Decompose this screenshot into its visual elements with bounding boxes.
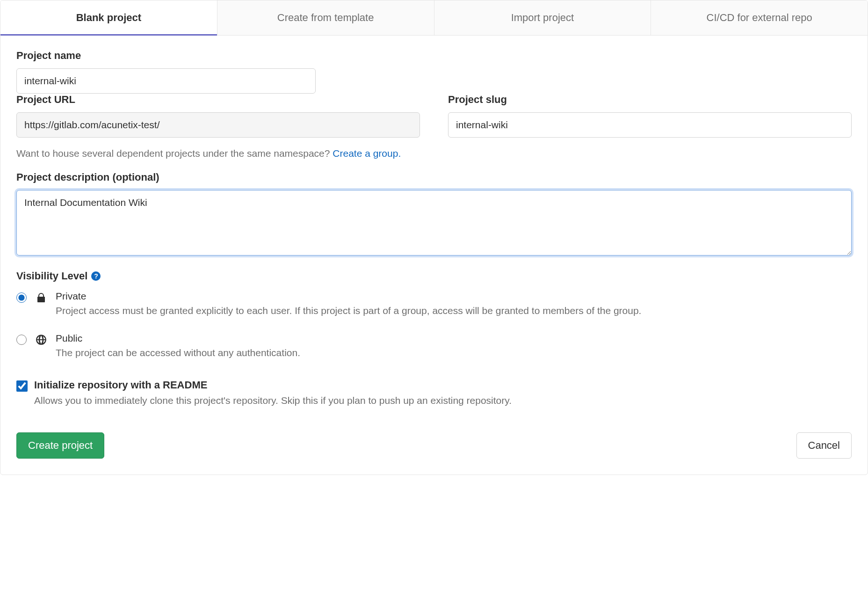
cancel-button[interactable]: Cancel [796,432,852,459]
tab-blank-project[interactable]: Blank project [0,0,217,35]
project-slug-input[interactable] [448,112,852,138]
tab-import-project[interactable]: Import project [434,0,651,35]
namespace-hint-text: Want to house several dependent projects… [16,148,333,159]
project-name-input[interactable] [16,68,316,94]
visibility-private-title: Private [56,291,852,302]
project-slug-label: Project slug [448,94,852,106]
visibility-private-desc: Project access must be granted explicitl… [56,304,852,318]
visibility-public-content: Public The project can be accessed witho… [56,333,852,360]
visibility-level-label: Visibility Level ? [16,270,852,282]
namespace-hint: Want to house several dependent projects… [16,148,852,159]
initialize-readme-title: Initialize repository with a README [34,379,852,391]
visibility-level-text: Visibility Level [16,270,87,282]
visibility-radio-private[interactable] [16,292,27,303]
visibility-private-content: Private Project access must be granted e… [56,291,852,318]
visibility-option-public[interactable]: Public The project can be accessed witho… [16,333,852,360]
new-project-panel: Blank project Create from template Impor… [0,0,868,475]
initialize-readme-content: Initialize repository with a README Allo… [34,379,852,406]
initialize-readme-desc: Allows you to immediately clone this pro… [34,395,852,406]
visibility-option-private[interactable]: Private Project access must be granted e… [16,291,852,318]
visibility-radio-public[interactable] [16,335,27,345]
visibility-radio-group: Private Project access must be granted e… [16,291,852,360]
project-url-input[interactable] [16,112,420,138]
project-url-label: Project URL [16,94,420,106]
visibility-public-desc: The project can be accessed without any … [56,346,852,360]
initialize-readme-checkbox[interactable] [16,380,28,392]
visibility-public-title: Public [56,333,852,344]
form-actions: Create project Cancel [16,432,852,459]
create-group-link[interactable]: Create a group. [333,148,401,159]
help-icon[interactable]: ? [91,271,101,281]
tab-cicd-external-repo[interactable]: CI/CD for external repo [651,0,868,35]
form-body: Project name Project URL Project slug Wa… [0,36,868,475]
lock-icon [35,292,47,304]
project-name-label: Project name [16,50,852,62]
initialize-readme-option[interactable]: Initialize repository with a README Allo… [16,379,852,406]
create-project-button[interactable]: Create project [16,432,104,459]
globe-icon [35,334,47,346]
project-description-label: Project description (optional) [16,171,852,183]
tabs: Blank project Create from template Impor… [0,0,868,36]
tab-create-from-template[interactable]: Create from template [217,0,434,35]
project-description-textarea[interactable] [16,190,852,256]
